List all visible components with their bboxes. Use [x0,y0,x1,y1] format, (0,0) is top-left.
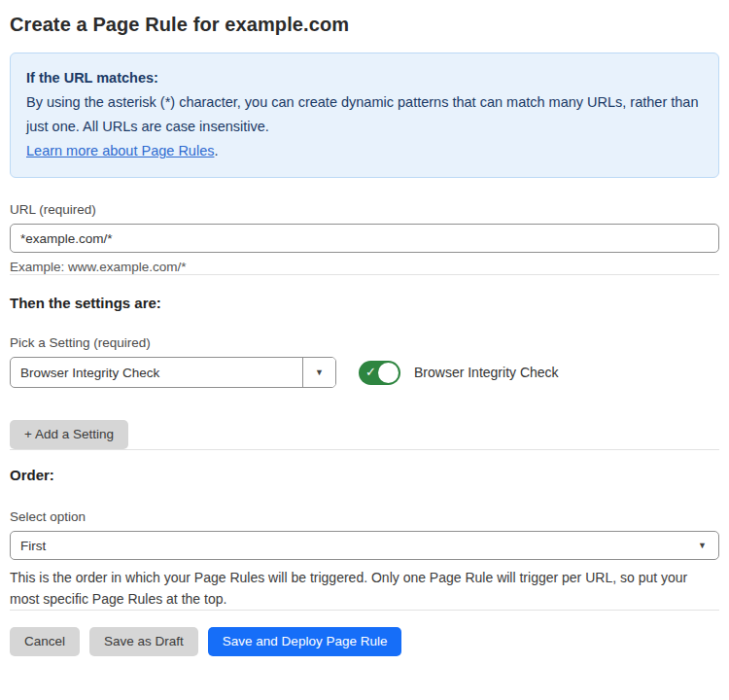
pick-setting-row: Pick a Setting (required) Browser Integr… [10,335,719,388]
divider [10,274,719,275]
cancel-button[interactable]: Cancel [10,627,80,656]
order-section: Order: Select option First ▼ This is the… [10,467,719,610]
footer-actions: Cancel Save as Draft Save and Deploy Pag… [10,627,719,656]
create-page-rule-form: Create a Page Rule for example.com If th… [0,0,729,656]
url-label: URL (required) [10,202,719,217]
chevron-down-icon: ▼ [698,542,707,550]
order-select-value: First [20,539,698,553]
chevron-down-icon: ▼ [315,368,324,377]
order-select[interactable]: First ▼ [10,531,719,560]
setting-dropdown[interactable]: Browser Integrity Check ▼ [10,357,336,388]
link-suffix: . [214,143,218,158]
page-title: Create a Page Rule for example.com [10,14,719,36]
setting-dropdown-arrow-button[interactable]: ▼ [302,358,335,387]
info-box-link-line: Learn more about Page Rules. [26,143,219,158]
url-section: URL (required) Example: www.example.com/… [10,202,719,274]
order-select-block: Select option First ▼ This is the order … [10,509,719,610]
setting-toggle-group: ✓ Browser Integrity Check [359,361,559,385]
toggle-knob [378,363,399,383]
add-setting-button[interactable]: + Add a Setting [10,420,128,449]
learn-more-link[interactable]: Learn more about Page Rules [26,143,214,158]
setting-dropdown-value: Browser Integrity Check [11,358,302,387]
save-as-draft-button[interactable]: Save as Draft [89,627,198,656]
browser-integrity-toggle[interactable]: ✓ [359,361,400,385]
check-icon: ✓ [365,365,376,379]
setting-control-row: Browser Integrity Check ▼ ✓ Browser Inte… [10,357,719,388]
save-and-deploy-button[interactable]: Save and Deploy Page Rule [208,627,402,656]
order-helper-text: This is the order in which your Page Rul… [10,567,719,610]
divider [10,610,719,611]
url-example-helper: Example: www.example.com/* [10,260,719,274]
settings-heading: Then the settings are: [10,295,719,311]
divider [10,449,719,450]
url-match-info-box: If the URL matches: By using the asteris… [10,52,719,178]
info-box-body: By using the asterisk (*) character, you… [26,90,703,139]
order-select-label: Select option [10,509,719,524]
settings-section: Then the settings are: Pick a Setting (r… [10,295,719,449]
order-heading: Order: [10,467,719,483]
url-input[interactable] [10,224,719,253]
info-box-heading: If the URL matches: [26,66,703,90]
toggle-label: Browser Integrity Check [414,365,559,380]
pick-setting-label: Pick a Setting (required) [10,335,719,350]
